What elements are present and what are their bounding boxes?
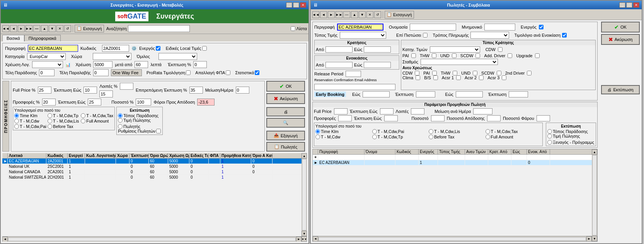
r-ekpt-timi-input[interactable]	[547, 134, 552, 138]
nav-delete-btn[interactable]: —	[33, 25, 40, 32]
right-nav-up[interactable]: ▲	[351, 11, 358, 18]
param-meiosi-input[interactable]	[473, 108, 492, 114]
table-row[interactable]: ► EC AZERBAIJAN 2AZ0001 1 0 60 5000 0 1 …	[2, 159, 302, 164]
radio-before-tax-input[interactable]	[48, 124, 52, 129]
r-t-m-cdw-tax-input[interactable]	[486, 129, 490, 134]
right-vscroll-up[interactable]: ▲	[592, 149, 597, 155]
energos-checkbox[interactable]	[156, 46, 160, 51]
vscroll-track[interactable]	[302, 159, 307, 230]
nav-prev-btn[interactable]: ◄	[10, 25, 17, 32]
epi-pistwsi-checkbox[interactable]	[423, 33, 428, 38]
early-ekptosi-input[interactable]	[416, 91, 435, 97]
und-checkbox[interactable]	[452, 53, 457, 58]
hscroll-right[interactable]: ►	[296, 237, 302, 242]
right-ok-button[interactable]: ✔ OK	[601, 22, 640, 32]
early-eos-input[interactable]	[363, 91, 390, 97]
right-onomasia-input[interactable]	[410, 24, 456, 31]
right-close-btn[interactable]: ✕	[633, 2, 639, 8]
radio-topos-input[interactable]	[118, 113, 123, 118]
search-input[interactable]	[128, 25, 190, 32]
kategoria-select[interactable]: EuropCar	[27, 53, 66, 60]
table-row[interactable]: National SWITZERLAND 2CH2001 1 0 60 5000…	[2, 175, 302, 180]
hscroll-track[interactable]	[8, 237, 296, 241]
hscroll-left[interactable]: ◄	[2, 237, 8, 242]
early-ekptosi2-input[interactable]	[509, 91, 528, 97]
add-driver-checkbox[interactable]	[508, 53, 512, 58]
right-minimize-btn[interactable]: _	[619, 2, 625, 8]
print-button[interactable]: 🖨	[266, 107, 305, 116]
xrewsi-icon[interactable]: 📊	[65, 62, 71, 67]
right-nav-down[interactable]: ▼	[359, 11, 366, 18]
right-cancel-button[interactable]: ✖ Ακύρωση	[601, 34, 640, 45]
right-hscroll-left[interactable]: ◄	[313, 236, 318, 242]
teli-paral-input[interactable]	[93, 69, 109, 76]
vscroll-up[interactable]: ▲	[302, 153, 307, 159]
polites-button[interactable]: 📋 Πωλητές	[266, 142, 305, 152]
aneu-cdw-checkbox[interactable]	[415, 71, 419, 75]
radio-t-m-cdw-tp-input[interactable]	[48, 113, 52, 118]
right-hscroll-track[interactable]	[319, 237, 586, 241]
rythmiseis-checkbox[interactable]	[156, 129, 161, 133]
omilos-select[interactable]	[158, 53, 197, 60]
radio-politis-input[interactable]	[118, 124, 123, 129]
r-t-m-cdw-pai-input[interactable]	[372, 129, 377, 134]
cancel-button[interactable]: ✖ Ακύρωση	[266, 93, 305, 104]
left-maximize-btn[interactable]: □	[293, 2, 299, 8]
prorata-checkbox[interactable]	[186, 70, 191, 75]
nav-first-btn[interactable]: ◄◄	[2, 25, 9, 32]
teli-para-input[interactable]	[39, 69, 55, 76]
ekptosi-input[interactable]	[193, 61, 207, 68]
krat-apo-input[interactable]	[325, 46, 353, 53]
vscroll-down[interactable]: ▼	[302, 231, 307, 236]
aneu-pai-checkbox[interactable]	[432, 71, 437, 75]
aneu-scdw-checkbox[interactable]	[497, 71, 501, 75]
radio-t-m-cdw-pai-input[interactable]	[14, 124, 19, 129]
katig-select[interactable]	[430, 46, 480, 53]
right-nav-refresh[interactable]: ↺	[374, 11, 381, 18]
r-time-klm-input[interactable]	[315, 129, 320, 134]
param-full-price-input[interactable]	[334, 108, 348, 114]
prosfores-input[interactable]	[42, 99, 56, 106]
search-button[interactable]: 🔍	[266, 118, 305, 128]
r-before-tax-input[interactable]	[429, 135, 433, 139]
vscroll-end[interactable]: ▼▼	[302, 236, 307, 242]
pai-checkbox[interactable]	[411, 53, 416, 58]
right-mnimioniko-input[interactable]	[484, 24, 515, 31]
right-grid-row-new[interactable]: ✶	[313, 155, 592, 160]
right-nav-last[interactable]: ►►	[336, 11, 342, 18]
scdw-checkbox[interactable]	[475, 53, 480, 58]
ekptosi-eos-input[interactable]	[83, 87, 97, 94]
r-t-m-cdw-input[interactable]	[315, 135, 320, 139]
right-nav-del[interactable]: —	[343, 11, 350, 18]
nav-cancel-btn[interactable]: ✕	[56, 25, 63, 32]
right-vscroll-track[interactable]	[592, 155, 597, 235]
epitrepomeni-input[interactable]	[189, 87, 203, 94]
foroi-input[interactable]	[197, 99, 215, 106]
right-grid-row[interactable]: ► EC AZERBAIJAN 1 0	[313, 160, 592, 166]
aneu-acsr2-checkbox[interactable]	[479, 75, 484, 80]
perigrafi-input[interactable]	[28, 45, 78, 52]
radio-t-m-cdw-tax-input[interactable]	[81, 113, 85, 118]
radio-time-klm-input[interactable]	[14, 113, 19, 118]
krat-eos-input[interactable]	[364, 46, 391, 53]
cdw-checkbox[interactable]	[498, 47, 503, 52]
right-nav-first[interactable]: ◄◄	[312, 11, 319, 18]
aneu-acsr3-checkbox[interactable]	[502, 75, 506, 80]
right-tipos-select[interactable]	[340, 32, 386, 39]
right-vscroll-down[interactable]: ▼	[592, 236, 597, 241]
settings-icon[interactable]: ⚙️	[131, 46, 137, 51]
radio-t-m-cdw-input[interactable]	[14, 119, 19, 123]
aneu-bs-checkbox[interactable]	[433, 75, 438, 80]
right-maximize-btn[interactable]: □	[626, 2, 632, 8]
grid-vscroll[interactable]: ▲ ▼ ▼▼	[302, 153, 307, 242]
right-nav-cancel[interactable]: ✕	[366, 11, 373, 18]
aneu-2nd-checkbox[interactable]	[527, 71, 532, 75]
stathmos-select[interactable]	[421, 59, 498, 65]
param-pososto-farou-input[interactable]	[537, 115, 550, 121]
table-row[interactable]: National UK 2SC2001 1 0 60 5000 0 1 0	[2, 164, 302, 169]
aneu-acsr1-checkbox[interactable]	[456, 75, 461, 80]
right-hscroll-right[interactable]: ►	[586, 236, 592, 242]
nav-up-btn[interactable]: ▲	[41, 25, 48, 32]
r-full-amount-input[interactable]	[486, 135, 490, 139]
aneu-und-checkbox[interactable]	[473, 71, 477, 75]
